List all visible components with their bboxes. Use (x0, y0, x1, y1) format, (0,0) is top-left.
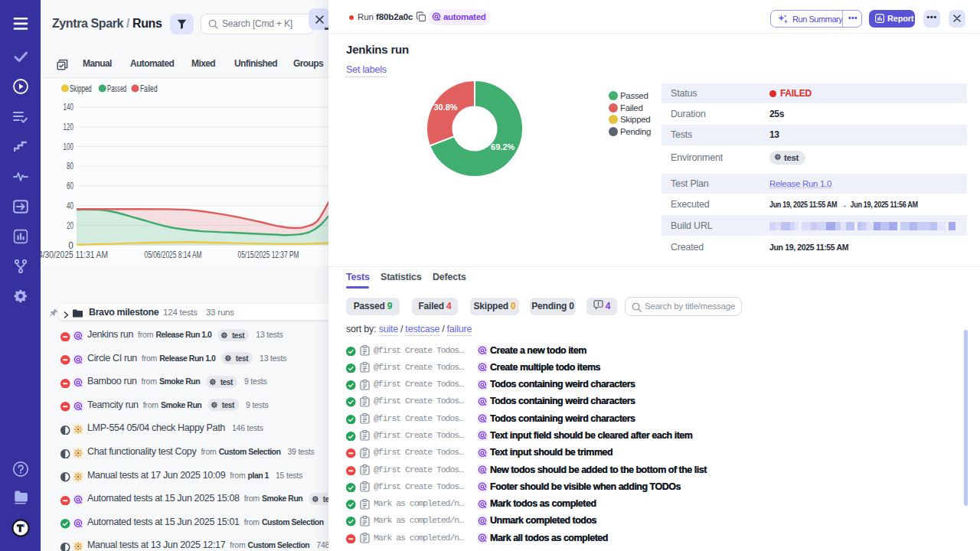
svg-text:69.2%: 69.2% (491, 142, 514, 152)
svg-text:Failed: Failed (140, 83, 158, 94)
svg-text:05/06/2025 8:14 AM: 05/06/2025 8:14 AM (145, 249, 202, 260)
svg-text:20: 20 (67, 220, 74, 231)
svg-text:Skipped: Skipped (70, 83, 92, 94)
svg-text:80: 80 (67, 161, 74, 171)
svg-text:4/30/2025 11:31 AM: 4/30/2025 11:31 AM (41, 249, 108, 260)
svg-text:140: 140 (64, 102, 74, 112)
svg-text:120: 120 (64, 122, 74, 132)
svg-text:Passed: Passed (107, 83, 126, 94)
svg-text:05/15/2025 12:37 PM: 05/15/2025 12:37 PM (238, 249, 299, 260)
svg-text:60: 60 (67, 181, 74, 191)
svg-text:30.8%: 30.8% (433, 103, 457, 112)
svg-text:100: 100 (64, 142, 74, 152)
svg-text:40: 40 (67, 201, 74, 211)
